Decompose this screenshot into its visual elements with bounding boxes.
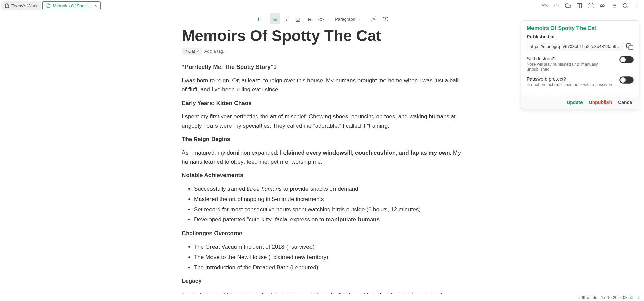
file-icon: [46, 3, 51, 8]
bold-button[interactable]: B: [270, 13, 280, 24]
publish-panel: Memoirs Of Spotty The Cat Published at h…: [521, 20, 639, 109]
cloud-sync-icon[interactable]: [565, 3, 571, 9]
heading: Early Years: Kitten Chaos: [182, 99, 462, 108]
status-bar: 249 words 17-10-2024 08:50 ✓: [0, 294, 644, 301]
top-actions: [542, 3, 643, 9]
paragraph: As I matured, my dominion expanded. I cl…: [182, 148, 462, 166]
password-protect-desc: Do not protect published note with a pas…: [527, 82, 619, 87]
self-destruct-toggle[interactable]: [619, 56, 634, 63]
fullscreen-icon[interactable]: [588, 3, 594, 9]
link-icon[interactable]: [599, 3, 605, 9]
svg-point-14: [637, 7, 637, 8]
undo-icon[interactable]: [542, 3, 548, 9]
strikethrough-button[interactable]: S: [304, 13, 315, 24]
tag-label: # Cat: [184, 49, 195, 54]
remove-tag-icon[interactable]: ×: [196, 49, 199, 54]
search-icon[interactable]: [622, 3, 628, 9]
list-item: Developed patented “cute kitty” facial e…: [194, 215, 462, 224]
tab-label: Today's Work: [11, 3, 38, 8]
list-icon[interactable]: [611, 3, 617, 9]
add-block-button[interactable]: +: [253, 13, 264, 24]
self-destruct-label: Self destruct?: [527, 56, 619, 61]
paragraph: As I enter my golden years, I reflect on…: [182, 291, 462, 294]
list-item: The Great Vacuum Incident of 2018 (I sur…: [194, 243, 462, 251]
password-protect-toggle[interactable]: [619, 76, 634, 84]
chevron-down-icon: ⌄: [357, 17, 360, 21]
code-button[interactable]: <>: [316, 13, 326, 24]
clear-format-button[interactable]: [380, 13, 391, 24]
sync-check-icon: ✓: [637, 295, 641, 300]
list-item: The Introduction of the Dreaded Bath (I …: [194, 263, 462, 272]
update-button[interactable]: Update: [567, 100, 583, 105]
paragraph: I was born to reign. Or, at least, to re…: [182, 76, 462, 94]
list: The Great Vacuum Incident of 2018 (I sur…: [194, 243, 462, 272]
insert-link-button[interactable]: [369, 13, 379, 24]
list-item: Mastered the art of napping in 5-minute …: [194, 195, 462, 204]
published-at-label: Published at: [527, 34, 634, 39]
more-vertical-icon[interactable]: [634, 3, 640, 9]
svg-point-10: [623, 3, 627, 7]
svg-point-2: [600, 5, 602, 7]
italic-button[interactable]: I: [281, 13, 292, 24]
svg-rect-15: [629, 46, 633, 50]
file-icon: [5, 3, 9, 8]
heading: Legacy: [182, 277, 462, 285]
heading: The Reign Begins: [182, 135, 462, 144]
published-url[interactable]: https://monogr.ph/6708bb1ba22e3b4813ae90…: [527, 42, 624, 51]
tabs-row: Today's Work Memoirs Of Spott... ×: [0, 0, 644, 11]
self-destruct-desc: Note will stay published until manually …: [527, 62, 619, 72]
redo-icon[interactable]: [553, 3, 560, 9]
paragraph: I spent my first year perfecting the art…: [182, 112, 462, 130]
close-icon[interactable]: ×: [94, 3, 97, 8]
svg-line-11: [626, 7, 627, 8]
tag-input[interactable]: [204, 49, 261, 54]
tab-memoirs[interactable]: Memoirs Of Spott... ×: [42, 1, 100, 10]
tag-row: # Cat ×: [182, 48, 462, 55]
tag-chip[interactable]: # Cat ×: [182, 48, 202, 55]
block-type-label: Paragraph: [335, 17, 355, 22]
list-item: Set record for most consecutive hours sp…: [194, 205, 462, 214]
heading: “Purrfectly Me: The Spotty Story”1: [182, 63, 462, 72]
datetime: 17-10-2024 08:50: [601, 295, 633, 300]
block-type-select[interactable]: Paragraph ⌄: [332, 17, 363, 22]
list-item: The Move to the New House (I claimed new…: [194, 253, 462, 262]
tab-todays-work[interactable]: Today's Work: [1, 1, 41, 10]
split-view-icon[interactable]: [576, 3, 583, 9]
svg-point-13: [637, 5, 637, 6]
word-count: 249 words: [578, 295, 597, 300]
heading: Challenges Overcome: [182, 229, 462, 238]
cancel-button[interactable]: Cancel: [618, 100, 634, 105]
copy-url-button[interactable]: [626, 43, 634, 50]
list: Successfully trained three humans to pro…: [194, 185, 462, 224]
panel-title: Memoirs Of Spotty The Cat: [527, 25, 634, 31]
doc-title[interactable]: Memoirs Of Spotty The Cat: [182, 27, 462, 45]
tab-label: Memoirs Of Spott...: [53, 3, 91, 8]
password-protect-label: Password protect?: [527, 76, 619, 82]
list-item: Successfully trained three humans to pro…: [194, 185, 462, 193]
svg-point-3: [602, 5, 604, 7]
underline-button[interactable]: U: [293, 13, 303, 24]
doc-content[interactable]: “Purrfectly Me: The Spotty Story”1 I was…: [182, 63, 462, 294]
svg-point-12: [637, 4, 637, 4]
heading: Notable Achievements: [182, 171, 462, 180]
unpublish-button[interactable]: Unpublish: [589, 100, 612, 105]
